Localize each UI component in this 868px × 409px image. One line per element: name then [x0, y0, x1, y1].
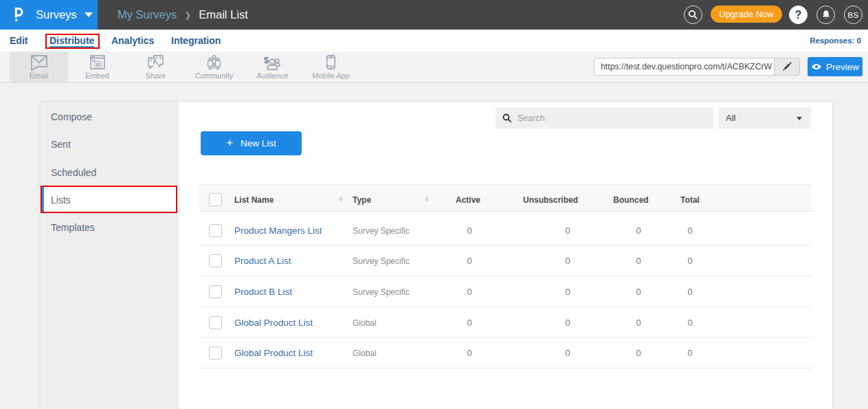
svg-text:$: $ [264, 55, 269, 65]
